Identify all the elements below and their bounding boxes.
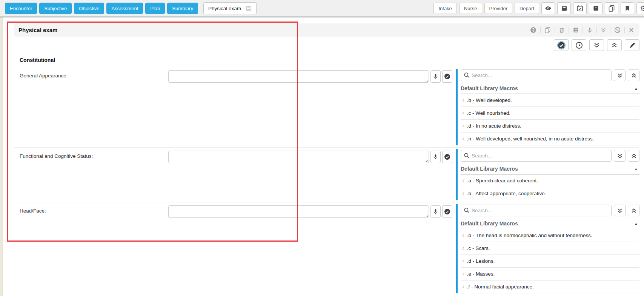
macro-item[interactable]: ‹ .n - Well developed, well nourished, i… [461,133,639,145]
history-button[interactable] [572,39,586,51]
library-button[interactable] [569,27,583,33]
expand-section-button[interactable] [597,27,610,33]
search-wrap [461,205,612,216]
macro-search-input[interactable] [461,69,612,81]
confirm-all-button[interactable] [554,39,569,51]
tab-physical-exam-label: Physical exam [208,6,241,11]
macro-item[interactable]: ‹ .c - Scars. [461,242,639,255]
chevron-left-icon: ‹ [462,97,464,104]
check-circle-icon [444,208,450,215]
macro-group-header[interactable]: Default Library Macros ▲ [461,218,639,229]
nav-button-encounter[interactable]: Encounter [5,3,37,14]
eye-icon [545,5,552,12]
dictation-button[interactable] [583,27,597,33]
exam-toolbar [14,39,639,51]
chevron-left-icon: ‹ [462,177,464,184]
expand-all-sections-button[interactable] [589,39,604,51]
stage-button-intake[interactable]: Intake [433,3,456,14]
macro-search-input[interactable] [461,205,612,216]
chevron-double-up-icon [611,42,618,48]
macro-item[interactable]: ‹ .c - Well nourished. [461,107,639,120]
module-title: Physical exam [18,27,57,33]
chevron-left-icon: ‹ [462,135,464,142]
copy-note-button[interactable] [541,27,555,33]
macro-search-input[interactable] [461,150,612,162]
calendar-button[interactable] [573,2,587,14]
collapse-macros-button[interactable] [628,205,639,216]
macro-item[interactable]: ‹ .b - Well developed. [461,94,639,107]
gear-icon: ⚙ [640,5,644,12]
app-screen: Encounter Subjective Objective Assessmen… [0,0,644,296]
tab-physical-exam[interactable]: Physical exam [203,2,257,14]
bookmark-button[interactable] [621,2,634,14]
chevron-left-icon: ‹ [462,270,464,278]
exam-row: General Appearance: [14,67,639,147]
exam-textarea[interactable] [168,151,429,163]
archive-button[interactable] [557,2,571,14]
row-input-group [168,149,452,200]
check-circle-icon [444,154,450,160]
check-circle-icon [557,41,566,49]
confirm-button[interactable] [442,70,452,83]
macro-text: .e - Masses. [467,271,495,277]
stage-button-depart[interactable]: Depart [515,3,539,14]
macro-item[interactable]: ‹ .d - In no acute distress. [461,120,639,133]
stage-button-provider[interactable]: Provider [484,3,512,14]
confirm-button[interactable] [442,205,452,218]
expand-macros-button[interactable] [614,150,626,162]
delete-note-button[interactable] [555,27,569,33]
expand-macros-button[interactable] [614,205,626,216]
nav-button-plan[interactable]: Plan [145,3,165,14]
exam-row: Head/Face: [14,202,639,295]
macro-item[interactable]: ‹ .b - Affect appropriate, cooperative. [461,187,639,200]
calendar-check-icon [576,5,583,12]
row-label: Head/Face: [20,204,165,293]
dictate-button[interactable] [430,70,441,83]
exam-textarea[interactable] [168,70,429,83]
module-header: Physical exam [14,23,639,37]
expand-macros-button[interactable] [614,69,626,81]
macro-item[interactable]: ‹ .f - Normal facial appearance. [461,281,639,293]
exam-row: Functional and Cognitive Status: [14,147,639,202]
exam-textarea[interactable] [168,205,429,218]
dictate-button[interactable] [430,151,441,163]
dictate-button[interactable] [430,205,441,218]
nav-button-objective[interactable]: Objective [74,3,104,14]
journal-button[interactable] [589,2,603,14]
macro-group-header[interactable]: Default Library Macros ▲ [461,83,639,94]
check-circle-icon [444,73,450,80]
chevron-double-down-icon [601,27,606,33]
macro-group-header[interactable]: Default Library Macros ▲ [461,163,639,174]
preview-button[interactable] [541,2,555,14]
archive-box-icon [561,5,567,12]
macro-list: ‹ .a - Speech clear and coherent. ‹ .b -… [461,174,639,200]
chevron-left-icon: ‹ [462,190,464,197]
pencil-icon [629,42,636,49]
row-label: Functional and Cognitive Status: [20,149,165,200]
macro-item[interactable]: ‹ .e - Masses. [461,268,639,281]
chevron-double-down-icon [617,153,623,159]
nav-button-subjective[interactable]: Subjective [39,3,72,14]
section-title: Constitutional [20,57,639,63]
confirm-button[interactable] [442,151,452,163]
macro-text: .c - Well nourished. [467,110,510,116]
nav-button-summary[interactable]: Summary [167,3,198,14]
nav-button-assessment[interactable]: Assessment [106,3,143,14]
stage-button-nurse[interactable]: Nurse [459,3,482,14]
duplicate-button[interactable] [605,2,618,14]
macro-group-title: Default Library Macros [461,220,518,227]
macro-item[interactable]: ‹ .b - The head is normocephalic and wit… [461,229,639,242]
settings-button[interactable]: ⚙ [636,2,644,14]
collapse-all-sections-button[interactable] [607,39,622,51]
chevron-double-down-icon [617,72,623,79]
collapse-macros-button[interactable] [628,69,639,81]
close-section-button[interactable] [625,27,635,33]
close-icon [629,27,634,33]
help-button[interactable] [526,27,541,33]
disable-section-button[interactable] [610,27,625,33]
macro-item[interactable]: ‹ .a - Speech clear and coherent. [461,174,639,187]
macro-search-row [461,150,639,162]
macro-item[interactable]: ‹ .d - Lesions. [461,255,639,268]
edit-button[interactable] [625,39,639,51]
collapse-macros-button[interactable] [628,150,639,162]
